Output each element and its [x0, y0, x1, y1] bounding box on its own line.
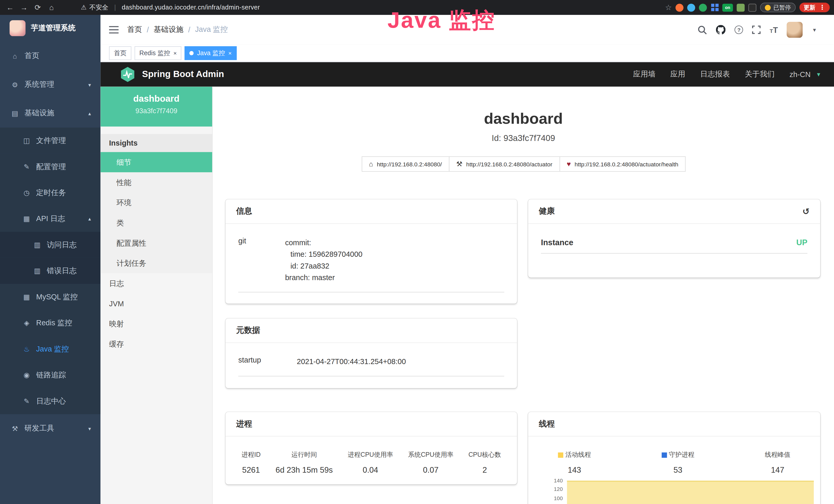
sidebar-item-file-manage[interactable]: ◫ 文件管理 [0, 128, 101, 154]
app-logo[interactable]: 芋道管理系统 [0, 15, 101, 42]
card-health-title: 健康 [539, 206, 555, 216]
breadcrumb-separator: / [147, 25, 149, 34]
instance-link-root[interactable]: ⌂ http://192.168.0.2:48080/ [361, 156, 449, 172]
file-icon: ◫ [22, 137, 31, 144]
extension-plug-icon[interactable] [748, 3, 756, 11]
paused-label: 已暂停 [773, 3, 791, 11]
chart-ytick: 100 [543, 495, 563, 501]
sba-nav-wallboard[interactable]: 应用墙 [633, 70, 656, 79]
card-info: 信息 git commit: time: 1596289704000 id: 2… [225, 200, 517, 304]
locale-caret-icon[interactable]: ▾ [817, 71, 820, 78]
sba-menu-mappings[interactable]: 映射 [101, 314, 212, 334]
breadcrumb-home[interactable]: 首页 [127, 25, 142, 35]
sidebar-item-label: 研发工具 [24, 423, 54, 433]
card-health: 健康 ↺ Instance UP [528, 200, 820, 278]
sba-instance-header[interactable]: dashboard 93a3fc7f7409 [101, 87, 212, 127]
chart-ytick: 140 [543, 478, 563, 484]
forward-icon[interactable]: → [18, 3, 30, 12]
sba-menu-details[interactable]: 细节 [101, 152, 212, 172]
sidebar-item-error-log[interactable]: ▥ 错误日志 [0, 258, 101, 284]
history-icon[interactable]: ↺ [803, 206, 810, 216]
instance-link-actuator[interactable]: ⚒ http://192.168.0.2:48080/actuator [449, 156, 560, 172]
chevron-up-icon: ▴ [88, 110, 91, 116]
extension-on-badge[interactable]: on [722, 3, 733, 11]
app-logo-image [9, 20, 25, 36]
info-key: git [238, 237, 285, 283]
avatar-caret-icon[interactable]: ▾ [813, 26, 816, 33]
sidebar-item-label: 基础设施 [24, 108, 54, 118]
sba-nav-about[interactable]: 关于我们 [745, 70, 775, 79]
tab-home[interactable]: 首页 [109, 46, 132, 60]
breadcrumb-infra[interactable]: 基础设施 [154, 25, 183, 35]
fullscreen-icon[interactable] [752, 25, 761, 34]
heart-icon: ♥ [567, 160, 571, 168]
security-chip[interactable]: ⚠ 不安全 [81, 3, 108, 12]
address-bar[interactable]: dashboard.yudao.iocoder.cn/infra/admin-s… [122, 4, 260, 11]
sba-menu-config-props[interactable]: 配置属性 [101, 233, 212, 253]
extension-grid-icon[interactable] [711, 3, 719, 11]
sidebar-item-dev-tools[interactable]: ⚒ 研发工具 ▾ [0, 414, 101, 443]
extension-drop-icon[interactable] [687, 3, 695, 11]
tab-java-monitor[interactable]: Java 监控 × [185, 46, 237, 60]
browser-menu-icon[interactable]: ⋮ [819, 4, 826, 11]
search-icon[interactable] [698, 25, 707, 34]
sidebar-item-home[interactable]: ⌂ 首页 [0, 42, 101, 70]
sba-nav-journal[interactable]: 日志报表 [700, 70, 730, 79]
sba-menu-scheduled-tasks[interactable]: 计划任务 [101, 253, 212, 273]
instance-link-health[interactable]: ♥ http://192.168.0.2:48080/actuator/heal… [559, 156, 686, 172]
update-button[interactable]: 更新 ⋮ [799, 3, 830, 12]
sidebar-item-api-log[interactable]: ▦ API 日志 ▴ [0, 206, 101, 232]
log-icon: ▦ [22, 215, 31, 223]
sidebar-item-scheduled-job[interactable]: ◷ 定时任务 [0, 180, 101, 206]
sba-menu-classes[interactable]: 类 [101, 212, 212, 233]
wrench-icon: ⚒ [456, 160, 462, 168]
sba-locale-select[interactable]: zh-CN [790, 70, 811, 78]
sidebar-item-mysql-monitor[interactable]: ▦ MySQL 监控 [0, 284, 101, 310]
threads-stats: 活动线程 143 守护进程 53 线程峰值 147 [528, 450, 820, 474]
sba-brand[interactable]: Spring Boot Admin [120, 67, 224, 83]
browser-actions: ☆ on 已暂停 更新 ⋮ [665, 3, 830, 12]
sidebar-item-java-monitor[interactable]: ♨ Java 监控 [0, 336, 101, 362]
sba-menu-caches[interactable]: 缓存 [101, 334, 212, 354]
paused-badge[interactable]: 已暂停 [760, 3, 796, 12]
health-row: Instance UP [541, 238, 807, 254]
extension-fox-icon[interactable] [676, 3, 683, 11]
close-icon[interactable]: × [228, 50, 232, 56]
stat-peak-threads: 线程峰值 147 [765, 450, 790, 474]
browser-home-icon[interactable]: ⌂ [46, 3, 58, 12]
sidebar-item-log-center[interactable]: ✎ 日志中心 [0, 388, 101, 414]
sidebar-item-infra[interactable]: ▤ 基础设施 ▴ [0, 99, 101, 128]
help-icon[interactable]: ? [734, 25, 743, 34]
font-size-icon[interactable]: TT [770, 25, 778, 34]
back-icon[interactable]: ← [4, 3, 16, 12]
sba-menu-jvm[interactable]: JVM [101, 294, 212, 314]
github-icon[interactable] [716, 25, 726, 35]
sidebar-item-redis-monitor[interactable]: ◈ Redis 监控 [0, 310, 101, 336]
extension-leaf-icon[interactable] [737, 3, 745, 11]
sba-nav-links: 应用墙 应用 日志报表 关于我们 zh-CN ▾ [633, 70, 820, 79]
sidebar-item-access-log[interactable]: ▥ 访问日志 [0, 232, 101, 258]
bookmark-star-icon[interactable]: ☆ [665, 3, 672, 12]
sba-menu-performance[interactable]: 性能 [101, 172, 212, 192]
sba-nav-applications[interactable]: 应用 [671, 70, 685, 79]
sba-menu-group-insights: Insights 细节 性能 环境 类 配置属性 计划任务 [101, 134, 212, 273]
avatar[interactable] [787, 22, 803, 38]
sba-logo-icon [120, 67, 136, 83]
sidebar-item-config-manage[interactable]: ✎ 配置管理 [0, 154, 101, 180]
sba-menu-logs[interactable]: 日志 [101, 273, 212, 294]
sba-menu-environment[interactable]: 环境 [101, 192, 212, 213]
link-url: http://192.168.0.2:48080/actuator/health [575, 161, 678, 167]
collapse-sidebar-icon[interactable] [109, 26, 119, 33]
metadata-value: 2021-04-27T00:44:31.254+08:00 [297, 356, 406, 367]
sba-group-label[interactable]: Insights [101, 134, 212, 152]
sidebar-item-link-trace[interactable]: ◉ 链路追踪 [0, 362, 101, 388]
reload-icon[interactable]: ⟳ [32, 3, 44, 12]
link-url: http://192.168.0.2:48080/ [377, 161, 442, 167]
instance-name: dashboard [101, 93, 212, 104]
close-icon[interactable]: × [173, 50, 177, 56]
sidebar-item-system[interactable]: ⚙ 系统管理 ▾ [0, 70, 101, 99]
tab-redis-monitor[interactable]: Redis 监控 × [135, 46, 182, 60]
tools-icon: ⚒ [10, 425, 19, 433]
extension-green-icon[interactable] [699, 3, 707, 11]
update-label: 更新 [804, 3, 815, 11]
